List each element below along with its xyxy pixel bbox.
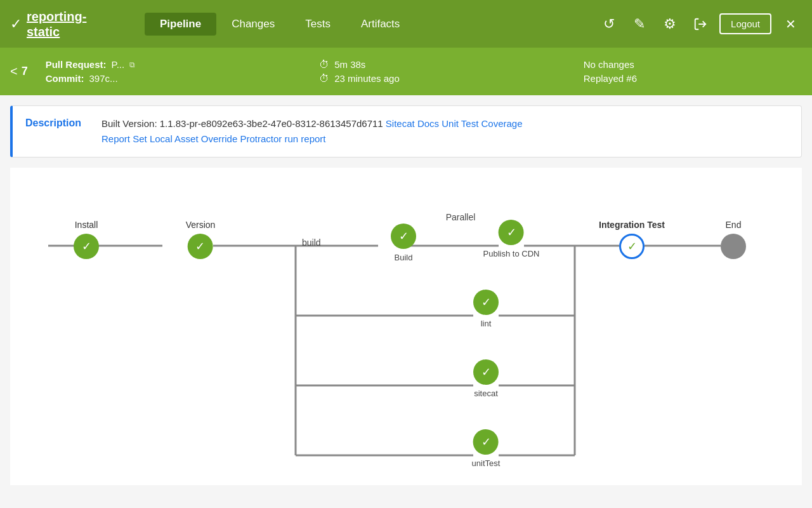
report-link[interactable]: Report [102,133,130,144]
build-circle: ✓ [391,224,416,249]
check-icon: ✓ [10,16,22,32]
install-node[interactable]: Install ✓ [74,220,99,259]
unittest-sub-label: unitTest [472,458,501,468]
sitecat-circle: ✓ [473,359,499,385]
replayed-item: Replayed #6 [584,73,802,84]
sitecat-node[interactable]: ✓ sitecat [473,359,499,398]
commit-label: Commit: [46,73,84,84]
no-changes-text: No changes [584,59,634,70]
build-version-text: Built Version: 1.1.83-pr-e8092e63-3be2-4… [102,118,383,129]
pipeline-canvas: Install ✓ Version ✓ build ✓ Build Parall… [23,180,789,472]
nav-number: 7 [22,65,28,78]
sitecat-sub-label: sitecat [474,389,498,398]
commit-item: Commit: 397c... [46,73,300,84]
build-node[interactable]: ✓ Build [391,220,416,262]
pull-request-value: P... [112,59,125,70]
version-label: Version [186,220,216,230]
pipeline-section: Install ✓ Version ✓ build ✓ Build Parall… [10,168,802,485]
duration-item: ⏱ 5m 38s [319,59,565,70]
end-circle [721,234,746,259]
duration-value: 5m 38s [334,59,365,70]
meta-info: Pull Request: P... ⧉ ⏱ 5m 38s No changes… [46,59,802,84]
integration-test-node[interactable]: Integration Test ✓ [599,220,665,259]
parallel-label: Parallel [446,212,476,222]
description-content: Built Version: 1.1.83-pr-e8092e63-3be2-4… [102,116,523,147]
tab-artifacts[interactable]: Artifacts [346,13,415,36]
unittest-circle: ✓ [473,429,499,455]
integration-circle: ✓ [619,234,645,259]
commit-value: 397c... [89,73,118,84]
set-local-asset-link[interactable]: Set Local Asset Override [133,133,237,144]
sitecat-link[interactable]: Sitecat [386,118,415,129]
install-label: Install [75,220,98,230]
no-changes-item: No changes [584,59,802,70]
build-sub-label: Build [395,253,413,262]
install-circle: ✓ [74,234,99,259]
docs-link[interactable]: Docs [417,118,439,129]
time-ago-value: 23 minutes ago [334,73,400,84]
sub-nav: < 7 [10,64,28,79]
version-circle: ✓ [188,234,213,259]
lint-sub-label: lint [481,319,492,328]
edit-button[interactable]: ✎ [628,13,651,36]
replay-button[interactable]: ↺ [598,13,620,36]
nav-tabs: Pipeline Changes Tests Artifacts [145,13,590,36]
publish-node[interactable]: ✓ Publish to CDN [483,220,540,258]
time-icon: ⏱ [319,73,329,84]
unittest-node[interactable]: ✓ unitTest [472,429,501,468]
publish-sub-label: Publish to CDN [483,249,540,258]
exit-button[interactable] [689,13,712,36]
build-text-label: build [302,237,321,248]
external-link-icon[interactable]: ⧉ [129,60,135,69]
integration-label: Integration Test [599,220,665,230]
lint-node[interactable]: ✓ lint [473,290,499,328]
protractor-link[interactable]: Protractor run report [240,133,325,144]
pull-request-item: Pull Request: P... ⧉ [46,59,300,70]
description-label: Description [25,116,89,129]
unit-test-coverage-link[interactable]: Unit Test Coverage [442,118,522,129]
time-ago-item: ⏱ 23 minutes ago [319,73,565,84]
publish-circle: ✓ [499,220,524,245]
pull-request-label: Pull Request: [46,59,107,70]
header-actions: ↺ ✎ ⚙ Logout ✕ [598,13,802,36]
tab-changes[interactable]: Changes [216,13,290,36]
tab-pipeline[interactable]: Pipeline [145,13,216,36]
sub-header: < 7 Pull Request: P... ⧉ ⏱ 5m 38s No cha… [0,48,812,95]
settings-button[interactable]: ⚙ [658,13,681,36]
end-node[interactable]: End [721,220,746,259]
end-label: End [726,220,742,230]
main-header: ✓ reporting-static Pipeline Changes Test… [0,0,812,48]
close-button[interactable]: ✕ [779,13,802,36]
clock-icon: ⏱ [319,59,329,70]
brand-section: ✓ reporting-static [10,9,137,39]
brand-name[interactable]: reporting-static [27,9,86,39]
nav-back-arrow[interactable]: < [10,64,18,79]
version-node[interactable]: Version ✓ [186,220,216,259]
logout-button[interactable]: Logout [719,13,771,34]
lint-circle: ✓ [473,290,499,315]
tab-tests[interactable]: Tests [290,13,346,36]
description-section: Description Built Version: 1.1.83-pr-e80… [10,105,802,157]
replayed-text: Replayed #6 [584,73,637,84]
